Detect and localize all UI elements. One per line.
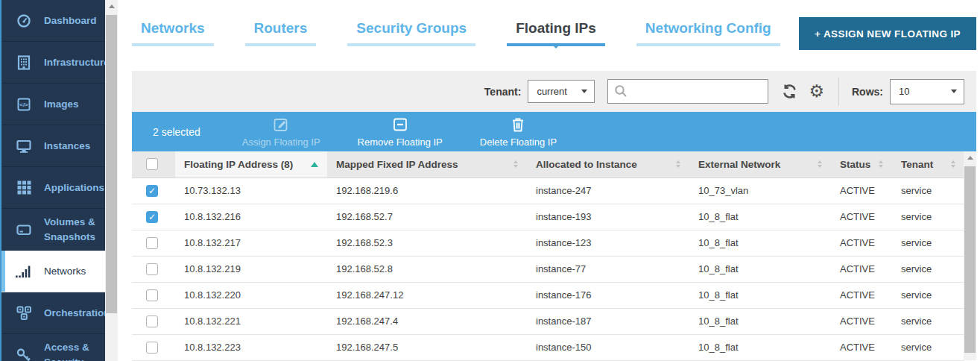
table-scrollbar[interactable] [964,151,976,360]
gear-icon[interactable]: ⚙ [809,83,824,100]
row-checkbox-cell [132,282,175,308]
cell-tenant: service [892,256,964,282]
table-row: 10.8.132.220192.168.247.12instance-17610… [132,282,964,308]
select-all-checkbox[interactable] [146,158,158,170]
sort-icon [879,160,883,168]
row-checkbox-cell [132,334,175,360]
sidebar-item-networks[interactable]: Networks [1,251,105,292]
column-header-external-network[interactable]: External Network [689,151,831,178]
assign-floating-ip-button[interactable]: Assign Floating IP [242,116,320,148]
table-header-row: Floating IP Address (8)Mapped Fixed IP A… [132,151,964,178]
volumes-icon [15,222,33,237]
sidebar-item-volumes-snapshots[interactable]: Volumes & Snapshots [1,209,105,251]
cell-allocated-instance: instance-150 [527,334,689,360]
row-checkbox[interactable] [146,263,158,275]
cell-status: ACTIVE [831,230,892,256]
tenant-label: Tenant: [484,86,522,98]
cell-floating-ip: 10.8.132.220 [175,282,327,308]
sidebar-item-label: Infrastructure [44,55,105,70]
selection-action-bar: 2 selected Assign Floating IPRemove Floa… [132,112,976,151]
row-checkbox[interactable] [146,237,158,249]
row-checkbox[interactable] [146,185,158,197]
assign-new-floating-ip-button[interactable]: + ASSIGN NEW FLOATING IP [799,17,976,50]
row-checkbox-cell [132,178,175,204]
sidebar-item-dashboard[interactable]: Dashboard [1,0,105,42]
tab-routers[interactable]: Routers [245,20,317,46]
floating-ips-table: Floating IP Address (8)Mapped Fixed IP A… [132,151,964,361]
tab-networks[interactable]: Networks [132,20,214,46]
dashboard-icon [15,13,33,28]
tenant-select[interactable]: current [528,80,595,103]
table-row: 10.8.132.217192.168.52.3instance-12310_8… [132,230,964,256]
cell-mapped-fixed-ip: 192.168.52.3 [327,230,527,256]
sidebar-scrollbar[interactable] [105,0,118,361]
instances-icon [15,139,33,154]
row-checkbox-cell [132,256,175,282]
column-header-label: External Network [698,159,780,170]
cell-status: ACTIVE [831,256,892,282]
tab-security-groups[interactable]: Security Groups [347,20,475,46]
cell-floating-ip: 10.8.132.216 [175,204,327,230]
action-buttons: Assign Floating IPRemove Floating IPDele… [242,116,557,148]
row-checkbox[interactable] [146,289,158,301]
floating-ips-table-zone: Floating IP Address (8)Mapped Fixed IP A… [132,151,976,361]
sidebar-item-label: Volumes & Snapshots [44,215,101,244]
column-header-tenant[interactable]: Tenant [892,151,964,178]
select-all-header-cell [132,151,175,178]
sidebar-item-instances[interactable]: Instances [1,125,105,167]
cell-external-network: 10_8_flat [689,230,831,256]
chevron-down-icon [581,90,587,93]
cell-tenant: service [892,308,964,334]
sidebar-item-orchestration[interactable]: Orchestration [1,292,105,334]
cell-allocated-instance: instance-77 [527,256,689,282]
cell-allocated-instance: instance-123 [527,230,689,256]
rows-select[interactable]: 10 [890,79,964,104]
access-security-icon [15,348,33,361]
cell-mapped-fixed-ip: 192.168.247.12 [327,282,527,308]
column-header-floating-ip-address-8[interactable]: Floating IP Address (8) [175,151,327,178]
filter-bar: Tenant: current ⚙ Rows: 10 [132,71,976,112]
row-checkbox[interactable] [146,316,158,327]
cell-tenant: service [892,204,964,230]
selected-count: 2 selected [153,126,200,138]
tab-networking-config[interactable]: Networking Config [636,20,780,46]
sidebar-item-label: Networks [44,264,86,279]
delete-floating-ip-button[interactable]: Delete Floating IP [480,116,557,148]
sidebar-item-images[interactable]: </>Images [1,84,105,125]
scroll-up-button[interactable] [964,151,976,164]
cell-external-network: 10_73_vlan [689,178,831,204]
tenant-select-value: current [537,86,566,97]
action-button-label: Assign Floating IP [242,136,320,148]
rows-label: Rows: [852,86,883,98]
row-checkbox[interactable] [146,211,158,223]
sort-icon [951,160,955,168]
sidebar-item-label: Applications [44,180,104,195]
action-button-label: Delete Floating IP [480,136,557,148]
tab-floating-ips[interactable]: Floating IPs [507,20,605,46]
networks-icon [15,265,33,278]
row-checkbox-cell [132,230,175,256]
svg-text:</>: </> [19,101,28,108]
sidebar-item-access-security[interactable]: Access & Security [1,334,105,361]
scroll-up-button[interactable] [105,0,118,13]
cell-mapped-fixed-ip: 192.168.247.4 [327,308,527,334]
cell-allocated-instance: instance-187 [527,308,689,334]
sidebar-item-applications[interactable]: Applications [1,167,105,209]
search-icon [614,84,627,101]
search-input[interactable] [607,79,768,104]
column-header-allocated-to-instance[interactable]: Allocated to Instance [527,151,689,178]
scrollbar-thumb[interactable] [106,15,117,313]
column-header-status[interactable]: Status [831,151,892,178]
sidebar-item-infrastructure[interactable]: Infrastructure [1,42,105,84]
cell-tenant: service [892,334,964,360]
cell-allocated-instance: instance-176 [527,282,689,308]
cell-status: ACTIVE [831,178,892,204]
refresh-button[interactable] [782,84,797,99]
scrollbar-thumb[interactable] [964,166,976,353]
remove-floating-ip-button[interactable]: Remove Floating IP [358,116,443,148]
cell-floating-ip: 10.8.132.219 [175,256,327,282]
row-checkbox[interactable] [146,342,158,354]
sidebar-item-label: Orchestration [44,306,105,321]
column-header-mapped-fixed-ip-address[interactable]: Mapped Fixed IP Address [327,151,527,178]
cell-allocated-instance: instance-247 [527,178,689,204]
